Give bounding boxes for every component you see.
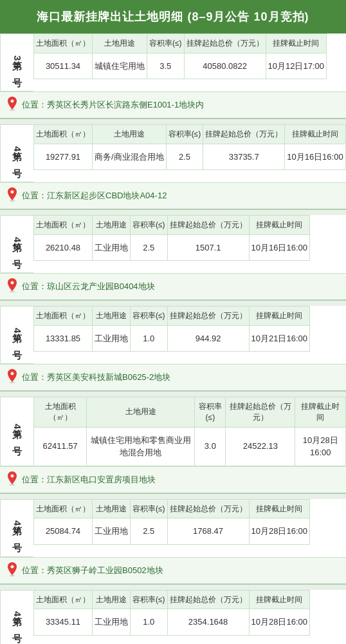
location-text: 位置：秀英区狮子岭工业园B0502地块 <box>22 565 163 576</box>
col-header-use: 土地用途 <box>93 34 147 53</box>
lot-data-table: 土地面积（㎡）土地用途容积率(≤)挂牌起始总价（万元）挂牌截止时间19277.9… <box>33 124 346 170</box>
location-row: 位置：秀英区狮子岭工业园B0502地块 <box>0 557 346 583</box>
location-row: 位置：秀英区美安科技新城B0625-2地块 <box>0 364 346 390</box>
cell-area: 62411.57 <box>34 427 87 466</box>
location-text: 位置：秀英区长秀片区长滨路东侧E1001-1地块内 <box>22 99 204 111</box>
section-divider <box>0 585 346 590</box>
lot-block: 第41号土地面积（㎡）土地用途容积率(≤)挂牌起始总价（万元）挂牌截止时间192… <box>0 124 346 210</box>
lot-block: 第45号土地面积（㎡）土地用途容积率(≤)挂牌起始总价（万元）挂牌截止时间250… <box>0 499 346 585</box>
lot-number-text: 第45号 <box>11 518 23 537</box>
location-pin-icon <box>6 278 18 295</box>
col-header-area: 土地面积（㎡） <box>34 590 93 609</box>
lots-container: 第38号土地面积（㎡）土地用途容积率(≤)挂牌起始总价（万元）挂牌截止时间305… <box>0 33 346 644</box>
col-header-area: 土地面积（㎡） <box>34 397 87 428</box>
cell-deadline: 10月21日16:00 <box>249 325 309 352</box>
col-header-area: 土地面积（㎡） <box>34 34 93 53</box>
lot-data-table: 土地面积（㎡）土地用途容积率(≤)挂牌起始总价（万元）挂牌截止时间25084.7… <box>33 499 310 545</box>
section-divider <box>0 392 346 397</box>
cell-far: 3.5 <box>147 53 185 79</box>
lot-data-table: 土地面积（㎡）土地用途容积率(≤)挂牌起始总价（万元）挂牌截止时间26210.4… <box>33 215 310 261</box>
col-header-price: 挂牌起始总价（万元） <box>203 125 285 144</box>
col-header-far: 容积率(≤) <box>166 125 203 144</box>
col-header-deadline: 挂牌截止时间 <box>285 125 345 144</box>
lot-block: 第43号土地面积（㎡）土地用途容积率(≤)挂牌起始总价（万元）挂牌截止时间133… <box>0 306 346 392</box>
svg-point-3 <box>10 382 15 384</box>
col-header-use: 土地用途 <box>93 590 131 609</box>
cell-use: 城镇住宅用地和零售商业用地混合用地 <box>87 427 195 466</box>
cell-deadline: 10月28日16:00 <box>249 518 309 545</box>
location-text: 位置：江东新区起步区CBD地块A04-12 <box>22 190 167 202</box>
cell-area: 26210.48 <box>34 234 93 261</box>
cell-use: 工业用地 <box>93 325 131 352</box>
cell-price: 24522.13 <box>226 427 295 466</box>
col-header-use: 土地用途 <box>93 216 131 235</box>
section-divider <box>0 494 346 499</box>
svg-point-1 <box>10 200 15 202</box>
cell-use: 工业用地 <box>93 234 131 261</box>
lot-number-text: 第46号 <box>11 609 23 628</box>
location-row: 位置：秀英区长秀片区长滨路东侧E1001-1地块内 <box>0 91 346 118</box>
main-container: 海口最新挂牌出让土地明细 (8–9月公告 10月竞拍) 第38号土地面积（㎡）土… <box>0 0 346 644</box>
cell-price: 1768.47 <box>167 518 249 545</box>
cell-area: 13331.85 <box>34 325 93 352</box>
cell-area: 19277.91 <box>34 144 93 170</box>
col-header-deadline: 挂牌截止时间 <box>249 590 309 609</box>
col-header-deadline: 挂牌截止时间 <box>249 216 309 235</box>
location-pin-icon <box>6 471 18 488</box>
lot-block: 第46号土地面积（㎡）土地用途容积率(≤)挂牌起始总价（万元）挂牌截止时间333… <box>0 590 346 644</box>
col-header-price: 挂牌起始总价（万元） <box>167 590 249 609</box>
cell-deadline: 10月12日17:00 <box>266 53 326 79</box>
cell-use: 商务/商业混合用地 <box>93 144 167 170</box>
lot-data-table: 土地面积（㎡）土地用途容积率(≤)挂牌起始总价（万元）挂牌截止时间13331.8… <box>33 306 310 352</box>
cell-price: 33735.7 <box>203 144 285 170</box>
cell-use: 城镇住宅用地 <box>93 53 147 79</box>
cell-use: 工业用地 <box>93 518 131 545</box>
col-header-deadline: 挂牌截止时间 <box>295 397 346 428</box>
lot-data-table: 土地面积（㎡）土地用途容积率(≤)挂牌起始总价（万元）挂牌截止时间33345.1… <box>33 590 310 636</box>
cell-far: 2.5 <box>166 144 203 170</box>
section-divider <box>0 119 346 124</box>
cell-area: 30511.34 <box>34 53 93 79</box>
lot-number-text: 第38号 <box>11 53 23 72</box>
cell-far: 2.5 <box>131 234 168 261</box>
svg-point-0 <box>10 109 15 111</box>
location-text: 位置：琼山区云龙产业园B0404地块 <box>22 281 155 292</box>
location-pin-icon <box>6 187 18 204</box>
cell-deadline: 10月16日16:00 <box>249 234 309 261</box>
section-divider <box>0 210 346 215</box>
section-divider <box>0 301 346 306</box>
cell-price: 1507.1 <box>167 234 249 261</box>
col-header-deadline: 挂牌截止时间 <box>249 307 309 326</box>
page-header: 海口最新挂牌出让土地明细 (8–9月公告 10月竞拍) <box>0 0 346 33</box>
lot-number-text: 第44号 <box>11 422 23 440</box>
col-header-price: 挂牌起始总价（万元） <box>184 34 266 53</box>
col-header-price: 挂牌起始总价（万元） <box>167 499 249 518</box>
lot-block: 第44号土地面积（㎡）土地用途容积率(≤)挂牌起始总价（万元）挂牌截止时间624… <box>0 397 346 494</box>
cell-area: 33345.11 <box>34 609 93 636</box>
col-header-area: 土地面积（㎡） <box>34 307 93 326</box>
svg-point-4 <box>10 484 15 486</box>
col-header-area: 土地面积（㎡） <box>34 216 93 235</box>
col-header-deadline: 挂牌截止时间 <box>249 499 309 518</box>
col-header-far: 容积率(≤) <box>131 499 168 518</box>
lot-number: 第41号 <box>0 124 33 182</box>
cell-far: 3.0 <box>195 427 226 466</box>
location-pin-icon <box>6 97 18 113</box>
lot-number: 第43号 <box>0 306 33 364</box>
location-row: 位置：江东新区起步区CBD地块A04-12 <box>0 182 346 209</box>
lot-data-table: 土地面积（㎡）土地用途容积率(≤)挂牌起始总价（万元）挂牌截止时间30511.3… <box>33 33 327 79</box>
lot-number-text: 第42号 <box>11 235 23 254</box>
cell-price: 2354.1648 <box>167 609 249 636</box>
cell-far: 1.0 <box>131 609 168 636</box>
col-header-price: 挂牌起始总价（万元） <box>226 397 295 428</box>
lot-number: 第42号 <box>0 215 33 273</box>
col-header-use: 土地用途 <box>93 499 131 518</box>
lot-number: 第45号 <box>0 499 33 557</box>
col-header-price: 挂牌起始总价（万元） <box>167 307 249 326</box>
col-header-use: 土地用途 <box>93 125 167 144</box>
location-row: 位置：琼山区云龙产业园B0404地块 <box>0 273 346 299</box>
cell-price: 40580.0822 <box>184 53 266 79</box>
location-pin-icon <box>6 562 18 579</box>
cell-area: 25084.74 <box>34 518 93 545</box>
col-header-far: 容积率(≤) <box>131 590 168 609</box>
